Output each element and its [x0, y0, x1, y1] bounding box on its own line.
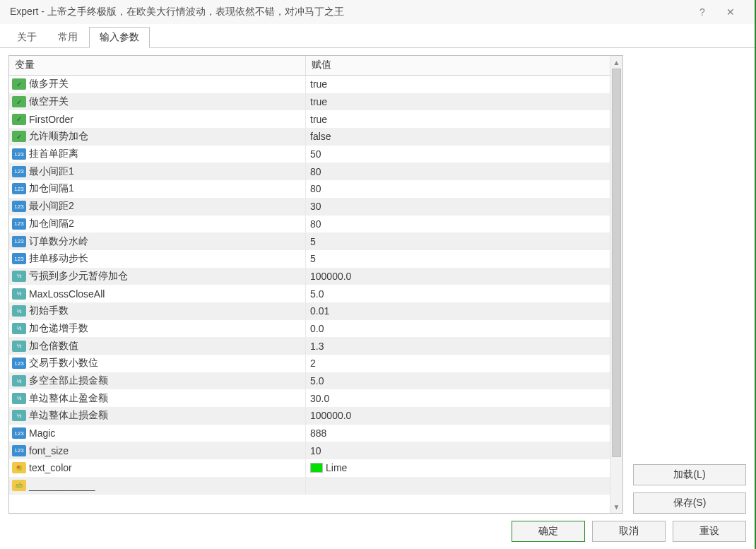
param-value-cell[interactable]: 100000.0	[306, 268, 622, 285]
param-name-cell: 123订单数分水岭	[9, 232, 306, 250]
param-name: 挂首单距离	[29, 148, 78, 160]
param-name-cell: ½初始手数	[9, 302, 306, 320]
param-value-cell[interactable]: 2	[306, 355, 622, 372]
param-value-cell[interactable]: 1.3	[306, 337, 622, 355]
scroll-up-arrow[interactable]: ▲	[610, 56, 622, 69]
param-name-cell: ½多空全部止损金额	[9, 372, 306, 390]
param-row[interactable]: ✓做多开关true	[9, 76, 622, 93]
param-row[interactable]: 123Magic888	[9, 425, 622, 442]
col-header-value[interactable]: 赋值	[306, 56, 622, 75]
param-row[interactable]: ½单边整体止损金额100000.0	[9, 407, 622, 425]
float-type-icon: ½	[12, 393, 26, 404]
color-swatch	[310, 463, 323, 473]
int-type-icon: 123	[12, 148, 26, 160]
param-name-cell: text_color	[9, 459, 306, 477]
param-value-cell[interactable]: 80	[306, 180, 622, 198]
param-row[interactable]: ½MaxLossCloseAll5.0	[9, 285, 622, 302]
float-type-icon: ½	[12, 341, 26, 352]
param-row[interactable]: text_colorLime	[9, 459, 622, 477]
save-button[interactable]: 保存(S)	[633, 492, 746, 514]
param-name: MaxLossCloseAll	[29, 288, 105, 300]
int-type-icon: 123	[12, 201, 26, 212]
scroll-track[interactable]	[610, 69, 622, 500]
param-value-cell[interactable]: true	[306, 76, 622, 93]
param-value-cell[interactable]: 0.0	[306, 320, 622, 338]
param-row[interactable]: ½亏损到多少元暂停加仓100000.0	[9, 268, 622, 285]
param-value: 30.0	[310, 393, 329, 404]
vertical-scrollbar[interactable]: ▲ ▼	[610, 56, 622, 513]
param-value-cell[interactable]: 80	[306, 163, 622, 180]
param-name: 加仓间隔2	[29, 218, 74, 230]
param-name: 做多开关	[29, 78, 69, 90]
param-row[interactable]: ½初始手数0.01	[9, 302, 622, 320]
param-row[interactable]: 123加仓间隔180	[9, 180, 622, 198]
param-name-cell: ½单边整体止损金额	[9, 407, 306, 425]
param-value-cell[interactable]: Lime	[306, 459, 622, 477]
param-value-cell[interactable]: 5	[306, 232, 622, 250]
param-name-cell: ½亏损到多少元暂停加仓	[9, 268, 306, 285]
param-row[interactable]: ½加仓倍数值1.3	[9, 337, 622, 355]
param-name: Magic	[29, 427, 55, 439]
param-name-cell: 123最小间距2	[9, 198, 306, 216]
param-value-cell[interactable]: 10	[306, 442, 622, 459]
tab-inputs[interactable]: 输入参数	[89, 27, 150, 48]
ok-button[interactable]: 确定	[512, 521, 585, 542]
param-value: 1.3	[310, 341, 324, 352]
param-row[interactable]: ✓允许顺势加仓false	[9, 128, 622, 146]
param-name: 初始手数	[29, 305, 69, 317]
col-header-variable[interactable]: 变量	[9, 56, 306, 75]
param-value-cell[interactable]: 888	[306, 425, 622, 442]
param-value-cell[interactable]: 0.01	[306, 302, 622, 320]
cancel-button[interactable]: 取消	[592, 521, 666, 542]
param-value-cell[interactable]: 30	[306, 198, 622, 216]
param-name: 多空全部止损金额	[29, 374, 108, 387]
param-value: 5	[310, 253, 316, 264]
param-row[interactable]: ½单边整体止盈金额30.0	[9, 389, 622, 407]
param-name: text_color	[29, 462, 72, 473]
param-name: 加仓递增手数	[29, 322, 88, 335]
param-value-cell[interactable]	[306, 477, 622, 495]
param-row[interactable]: ½多空全部止损金额5.0	[9, 372, 622, 390]
int-type-icon: 123	[12, 253, 26, 264]
param-value-cell[interactable]: 5.0	[306, 372, 622, 390]
param-row[interactable]: ½加仓递增手数0.0	[9, 320, 622, 338]
param-name: 订单数分水岭	[29, 235, 88, 248]
param-row[interactable]: ab____________	[9, 477, 622, 495]
param-value-cell[interactable]: false	[306, 128, 622, 146]
tab-about[interactable]: 关于	[7, 28, 47, 47]
param-value-cell[interactable]: 30.0	[306, 389, 622, 407]
param-row[interactable]: 123最小间距180	[9, 163, 622, 180]
param-row[interactable]: 123交易手数小数位2	[9, 355, 622, 372]
params-table: 变量 赋值 ✓做多开关true✓做空开关true✓FirstOrdertrue✓…	[8, 55, 623, 514]
param-name-cell: ½MaxLossCloseAll	[9, 285, 306, 302]
load-button[interactable]: 加载(L)	[633, 464, 746, 485]
param-row[interactable]: ✓FirstOrdertrue	[9, 110, 622, 128]
param-value-cell[interactable]: true	[306, 110, 622, 128]
reset-button[interactable]: 重设	[673, 521, 746, 542]
tab-common[interactable]: 常用	[48, 28, 88, 47]
param-value-cell[interactable]: 5.0	[306, 285, 622, 302]
float-type-icon: ½	[12, 271, 26, 282]
param-value-cell[interactable]: true	[306, 93, 622, 111]
param-value-cell[interactable]: 80	[306, 216, 622, 233]
param-row[interactable]: 123最小间距230	[9, 198, 622, 216]
param-name-cell: ✓做多开关	[9, 76, 306, 93]
param-row[interactable]: 123挂单移动步长5	[9, 250, 622, 268]
close-button[interactable]: ✕	[716, 6, 745, 18]
param-name: 加仓间隔1	[29, 182, 74, 195]
scroll-down-arrow[interactable]: ▼	[610, 500, 622, 513]
param-row[interactable]: 123挂首单距离50	[9, 146, 622, 163]
param-name-cell: ✓允许顺势加仓	[9, 128, 306, 146]
param-row[interactable]: 123加仓间隔280	[9, 216, 622, 233]
scroll-thumb[interactable]	[612, 69, 621, 457]
titlebar: Expert - 上帝之手终极版，在欧美大行情波动，表现依然不错，对冲马丁之王 …	[0, 0, 755, 24]
param-row[interactable]: ✓做空开关true	[9, 93, 622, 111]
help-button[interactable]: ?	[688, 6, 716, 18]
param-row[interactable]: 123订单数分水岭5	[9, 232, 622, 250]
param-value-cell[interactable]: 50	[306, 146, 622, 163]
tab-bar: 关于 常用 输入参数	[0, 24, 755, 48]
param-name: 最小间距2	[29, 200, 74, 213]
param-value-cell[interactable]: 5	[306, 250, 622, 268]
param-value-cell[interactable]: 100000.0	[306, 407, 622, 425]
param-row[interactable]: 123font_size10	[9, 442, 622, 459]
